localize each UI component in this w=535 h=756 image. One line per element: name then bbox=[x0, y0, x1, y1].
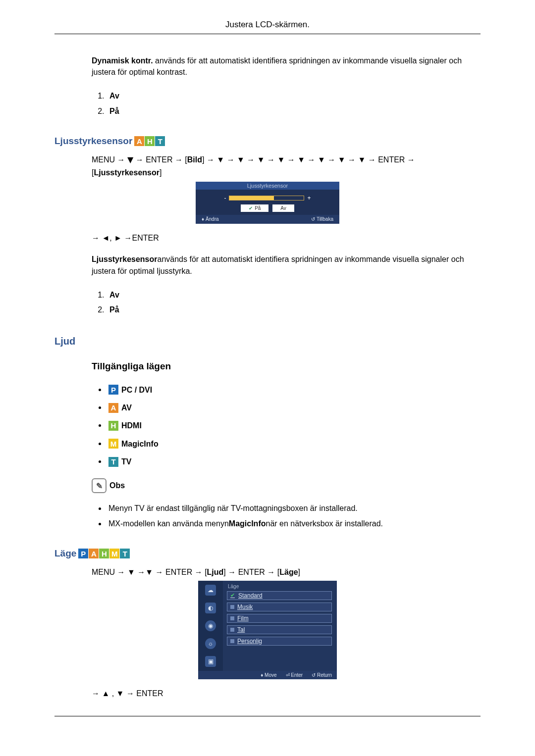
lage-nav-pre: MENU → ▼ →▼ → ENTER → bbox=[92, 568, 205, 576]
nav-ljusstyrke: Ljusstyrkesensor bbox=[94, 168, 160, 177]
square-icon bbox=[230, 628, 234, 632]
ljusstyrke-term: Ljusstyrkesensor bbox=[92, 255, 158, 263]
ljusstyrke-desc: Ljusstyrkesensoranvänds för att automati… bbox=[92, 253, 481, 276]
mode-item-hdmi: HHDMI bbox=[107, 416, 481, 434]
mode-pc-label: PC / DVI bbox=[121, 381, 152, 399]
mode-magic-label: MagicInfo bbox=[121, 435, 159, 453]
mode-item-pc: PPC / DVI bbox=[107, 381, 481, 399]
mode-a-icon: A bbox=[134, 136, 144, 146]
top-divider bbox=[54, 34, 481, 34]
check-icon-2: ✔ bbox=[230, 592, 235, 599]
square-icon bbox=[230, 605, 234, 609]
osd-minus: - bbox=[224, 195, 226, 202]
option-pa-2: På bbox=[107, 302, 481, 317]
osd-side-icon-1[interactable]: ☁ bbox=[205, 585, 216, 596]
osd-plus: + bbox=[307, 195, 311, 202]
mode-item-av: AAV bbox=[107, 399, 481, 416]
lage-mode-icons: P A H M T bbox=[78, 549, 130, 558]
dynamisk-options: Av På bbox=[92, 89, 481, 119]
lage-osd-caption: Läge bbox=[227, 583, 332, 591]
obs-note-2: MX-modellen kan använda menynMagicInfonä… bbox=[107, 516, 481, 531]
mode-a-icon-3: A bbox=[89, 549, 99, 558]
ljusstyrke-options: Av På bbox=[92, 288, 481, 318]
osd-on-button[interactable]: ✔På bbox=[241, 204, 268, 212]
mode-h-icon-3: H bbox=[99, 549, 109, 558]
lage-option-tal[interactable]: Tal bbox=[227, 625, 332, 634]
footer-return: ↺ Return bbox=[312, 672, 332, 678]
lage-osd-sidebar: ☁ ◐ ◉ ☼ ▣ bbox=[198, 581, 223, 671]
mode-p-icon-2: P bbox=[78, 549, 88, 558]
osd-side-icon-3[interactable]: ◉ bbox=[205, 620, 216, 631]
brightness-osd: Ljusstyrkesensor - + ✔På Av ♦ Ändra ↺ Ti… bbox=[196, 182, 339, 224]
lage-option-standard[interactable]: ✔Standard bbox=[227, 591, 332, 600]
option-pa: På bbox=[107, 104, 481, 119]
mode-t-icon-2: T bbox=[108, 457, 118, 467]
obs-bullets: Menyn TV är endast tillgänglig när TV-mo… bbox=[92, 501, 481, 531]
tillgangliga-heading: Tillgängliga lägen bbox=[92, 361, 481, 372]
mode-tv-label: TV bbox=[121, 453, 131, 470]
lage-option-musik[interactable]: Musik bbox=[227, 603, 332, 611]
nav-arrows: → ▼ → ▼ → ▼ → ▼ → ▼ → ▼ → ▼ → ▼ → ENTER … bbox=[204, 155, 415, 164]
osd-off-button[interactable]: Av bbox=[272, 204, 294, 212]
lage-osd-footer: ♦ Move ⏎ Enter ↺ Return bbox=[198, 671, 337, 679]
square-icon bbox=[230, 639, 234, 643]
option-av: Av bbox=[107, 89, 481, 103]
mode-item-tv: TTV bbox=[107, 453, 481, 470]
osd-side-icon-4[interactable]: ☼ bbox=[205, 638, 216, 649]
lage-nav-mid: → ENTER → bbox=[226, 568, 277, 576]
bottom-divider bbox=[54, 716, 481, 716]
osd-footer: ♦ Ändra ↺ Tillbaka bbox=[196, 215, 339, 224]
lage-option-film[interactable]: Film bbox=[227, 614, 332, 623]
lage-heading: Läge P A H M T bbox=[54, 548, 481, 559]
ljusstyrkesensor-heading: Ljusstyrkesensor A H T bbox=[54, 136, 481, 147]
lage-osd: ☁ ◐ ◉ ☼ ▣ Läge ✔Standard Musik Film Tal … bbox=[198, 581, 337, 679]
osd-title: Ljusstyrkesensor bbox=[196, 182, 339, 190]
mode-m-icon-2: M bbox=[109, 549, 119, 558]
ljud-heading: Ljud bbox=[54, 336, 481, 347]
mode-h-icon-2: H bbox=[108, 421, 118, 431]
mode-item-magic: MMagicInfo bbox=[107, 435, 481, 453]
mode-hdmi-label: HDMI bbox=[121, 417, 142, 434]
square-icon bbox=[230, 616, 234, 620]
obs-note-1: Menyn TV är endast tillgänglig när TV-mo… bbox=[107, 501, 481, 516]
heading-mode-icons: A H T bbox=[134, 136, 165, 146]
nav-enter1: → ENTER → bbox=[133, 155, 185, 164]
mode-t-icon: T bbox=[155, 136, 165, 146]
mode-a-icon-2: A bbox=[108, 403, 118, 413]
osd-slider-row: - + bbox=[196, 190, 339, 204]
heading-text: Ljusstyrkesensor bbox=[54, 136, 132, 147]
lage-subnav: → ▲ , ▼ → ENTER bbox=[92, 689, 481, 698]
lage-option-personlig[interactable]: Personlig bbox=[227, 637, 332, 646]
lage-nav-ljud: Ljud bbox=[207, 568, 224, 576]
dynamisk-term: Dynamisk kontr. bbox=[92, 56, 153, 65]
note-icon: ✎ bbox=[92, 478, 107, 493]
footer-move: ♦ Move bbox=[261, 672, 276, 678]
option-av-2: Av bbox=[107, 288, 481, 302]
osd-footer-right: ↺ Tillbaka bbox=[311, 216, 333, 222]
lage-nav: MENU → ▼ →▼ → ENTER → [Ljud] → ENTER → [… bbox=[92, 566, 481, 579]
lage-nav-lage: Läge bbox=[279, 568, 298, 576]
footer-enter: ⏎ Enter bbox=[286, 672, 303, 678]
ljusstyrke-nav: MENU → ▼ → ENTER → [Bild] → ▼ → ▼ → ▼ → … bbox=[92, 153, 481, 179]
mode-list: PPC / DVI AAV HHDMI MMagicInfo TTV bbox=[92, 381, 481, 471]
osd-side-icon-2[interactable]: ◐ bbox=[205, 603, 216, 613]
page-title: Justera LCD-skärmen. bbox=[20, 20, 515, 34]
obs-row: ✎ Obs bbox=[92, 478, 481, 493]
ljusstyrke-subnav: → ◄, ► →ENTER bbox=[92, 234, 481, 243]
dynamisk-kontr-desc: Dynamisk kontr. används för att automati… bbox=[92, 55, 481, 78]
nav-menu: MENU → bbox=[92, 155, 127, 164]
mode-h-icon: H bbox=[145, 136, 155, 146]
mode-m-icon: M bbox=[108, 439, 118, 449]
mode-p-icon: P bbox=[108, 385, 118, 395]
mode-t-icon-3: T bbox=[120, 549, 130, 558]
check-icon: ✔ bbox=[249, 205, 253, 211]
lage-heading-text: Läge bbox=[54, 548, 76, 559]
obs-label: Obs bbox=[109, 481, 125, 490]
nav-bild: Bild bbox=[187, 155, 202, 164]
mode-av-label: AV bbox=[121, 399, 132, 416]
osd-toggle-row: ✔På Av bbox=[196, 204, 339, 215]
osd-slider[interactable] bbox=[229, 196, 304, 201]
osd-side-icon-5[interactable]: ▣ bbox=[205, 656, 216, 667]
osd-footer-left: ♦ Ändra bbox=[202, 216, 219, 222]
